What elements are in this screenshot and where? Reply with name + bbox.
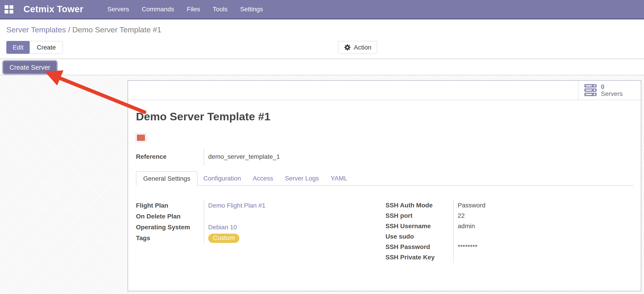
menu-item-files[interactable]: Files xyxy=(187,6,200,13)
flight-plan-value[interactable]: Demo Flight Plan #1 xyxy=(208,202,266,209)
breadcrumb-parent-link[interactable]: Server Templates xyxy=(6,25,66,34)
ssh-port-value: 22 xyxy=(458,212,465,219)
create-button[interactable]: Create xyxy=(30,41,63,54)
ssh-username-value: admin xyxy=(458,223,475,230)
reference-value: demo_server_template_1 xyxy=(204,148,316,165)
tag-custom[interactable]: Custom xyxy=(208,234,239,243)
servers-stat-button[interactable]: 0 Servers xyxy=(578,81,641,100)
servers-label: Servers xyxy=(601,90,622,97)
statusbar: Create Server xyxy=(0,59,644,75)
on-delete-plan-label: On Delete Plan xyxy=(136,213,181,220)
menu-item-commands[interactable]: Commands xyxy=(142,6,174,13)
servers-stack-icon xyxy=(584,84,597,96)
field-group-left: Flight Plan On Delete Plan Operating Sys… xyxy=(136,200,375,244)
apps-grid-icon[interactable] xyxy=(4,5,14,13)
action-button-label: Action xyxy=(354,44,372,51)
tab-general-settings[interactable]: General Settings xyxy=(136,171,198,186)
create-server-button[interactable]: Create Server xyxy=(3,61,57,74)
tab-configuration[interactable]: Configuration xyxy=(198,172,247,185)
card-header: 0 Servers xyxy=(128,81,641,100)
use-sudo-label: Use sudo xyxy=(386,233,414,240)
ssh-password-value: ******** xyxy=(458,243,477,251)
reference-row: Reference demo_server_template_1 xyxy=(136,148,316,165)
menu-item-tools[interactable]: Tools xyxy=(213,6,228,13)
breadcrumb: Server Templates / Demo Server Template … xyxy=(6,25,162,34)
ssh-password-label: SSH Password xyxy=(386,243,430,251)
form-card: 0 Servers Demo Server Template #1 Refere… xyxy=(128,80,641,291)
right-labels-column: SSH Auth Mode SSH port SSH Username Use … xyxy=(386,200,453,262)
servers-count: 0 xyxy=(601,83,622,90)
main-menu: Servers Commands Files Tools Settings xyxy=(107,6,263,13)
menu-item-settings[interactable]: Settings xyxy=(240,6,263,13)
reference-label: Reference xyxy=(136,148,204,165)
field-group-right: SSH Auth Mode SSH port SSH Username Use … xyxy=(386,200,618,262)
action-button[interactable]: Action xyxy=(338,41,377,54)
brand-title[interactable]: Cetmix Tower xyxy=(24,4,83,14)
breadcrumb-current: Demo Server Template #1 xyxy=(72,25,161,34)
notebook-tabs: General Settings Configuration Access Se… xyxy=(136,171,634,186)
top-navbar: Cetmix Tower Servers Commands Files Tool… xyxy=(0,0,644,20)
ssh-auth-mode-label: SSH Auth Mode xyxy=(386,202,433,209)
tab-access[interactable]: Access xyxy=(247,172,279,185)
servers-stat-text: 0 Servers xyxy=(601,83,622,97)
record-title: Demo Server Template #1 xyxy=(136,110,270,123)
ssh-private-key-label: SSH Private Key xyxy=(386,254,435,261)
flight-plan-label: Flight Plan xyxy=(136,202,168,209)
ssh-username-label: SSH Username xyxy=(386,223,431,230)
left-values-column: Demo Flight Plan #1 Debian 10 Custom xyxy=(204,200,375,244)
left-labels-column: Flight Plan On Delete Plan Operating Sys… xyxy=(136,200,204,244)
right-values-column: Password 22 admin ******** xyxy=(453,200,618,262)
tab-yaml[interactable]: YAML xyxy=(325,172,353,185)
tags-label: Tags xyxy=(136,234,150,242)
ssh-auth-mode-value: Password xyxy=(458,202,486,209)
edit-button[interactable]: Edit xyxy=(6,41,30,54)
tab-server-logs[interactable]: Server Logs xyxy=(279,172,325,185)
color-swatch-red xyxy=(137,134,145,141)
operating-system-label: Operating System xyxy=(136,224,190,231)
ssh-port-label: SSH port xyxy=(386,212,412,219)
color-swatch-field[interactable] xyxy=(136,133,146,142)
operating-system-value[interactable]: Debian 10 xyxy=(208,224,237,231)
gear-icon xyxy=(344,44,351,51)
breadcrumb-separator: / xyxy=(68,25,72,34)
menu-item-servers[interactable]: Servers xyxy=(107,6,129,13)
